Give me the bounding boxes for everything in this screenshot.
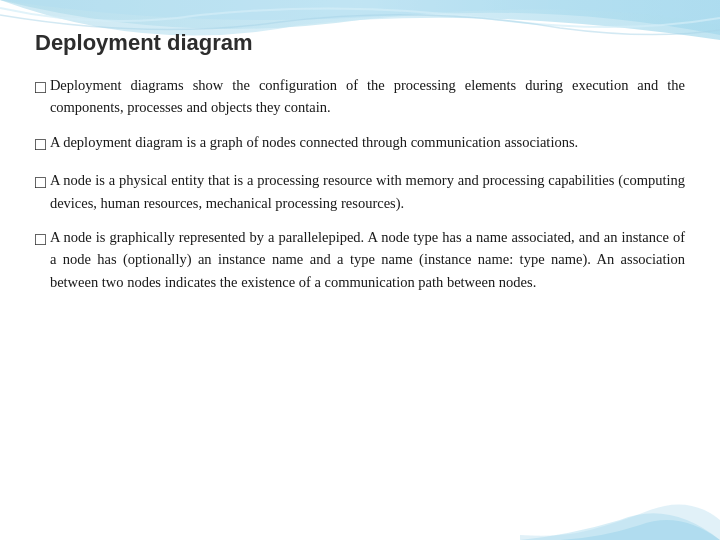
bullet-text-1: Deployment diagrams show the configurati… (50, 74, 685, 119)
bullet-item-1: □ Deployment diagrams show the configura… (35, 74, 685, 119)
bullet-text-4: A node is graphically represented by a p… (50, 226, 685, 293)
bullet-text-4-content: A node is graphically represented by a p… (50, 229, 685, 290)
bullet-item-4: □ A node is graphically represented by a… (35, 226, 685, 293)
bullet-item-3: □ A node is a physical entity that is a … (35, 169, 685, 214)
bullet-marker-1: □ (35, 74, 46, 100)
bullet-text-2-content: A deployment diagram is a graph of nodes… (50, 134, 578, 150)
bullet-item-2: □ A deployment diagram is a graph of nod… (35, 131, 685, 157)
bullet-text-2: A deployment diagram is a graph of nodes… (50, 131, 685, 153)
bullet-list: □ Deployment diagrams show the configura… (35, 74, 685, 293)
bullet-marker-4: □ (35, 226, 46, 252)
bullet-text-1-content: Deployment diagrams show the configurati… (50, 77, 685, 115)
page-title: Deployment diagram (35, 30, 685, 56)
bullet-marker-2: □ (35, 131, 46, 157)
main-content: Deployment diagram □ Deployment diagrams… (0, 0, 720, 325)
bullet-marker-3: □ (35, 169, 46, 195)
wave-bottom-decoration (520, 460, 720, 540)
bullet-text-3-content: A node is a physical entity that is a pr… (50, 172, 685, 210)
bullet-text-3: A node is a physical entity that is a pr… (50, 169, 685, 214)
